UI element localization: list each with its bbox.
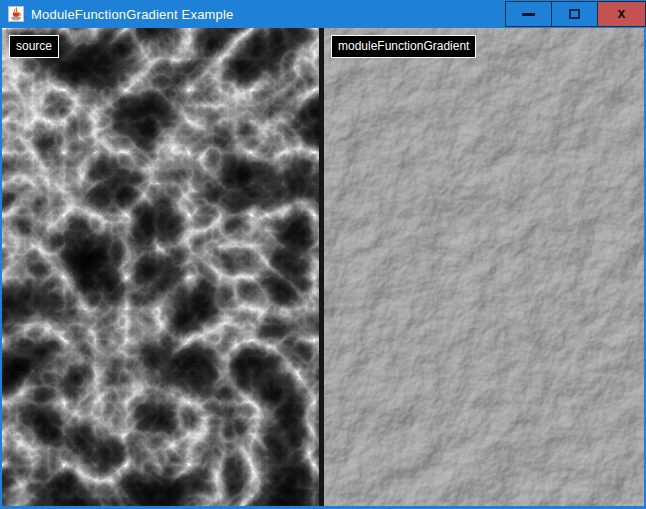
minimize-dash-icon	[522, 13, 535, 16]
titlebar[interactable]: ModuleFunctionGradient Example x	[0, 0, 646, 28]
gradient-label: moduleFunctionGradient	[331, 35, 476, 58]
gradient-image-panel: moduleFunctionGradient	[324, 28, 644, 506]
window-title: ModuleFunctionGradient Example	[31, 7, 234, 22]
maximize-button[interactable]	[551, 1, 597, 27]
source-label: source	[9, 35, 59, 58]
content-area: source	[0, 28, 646, 509]
app-window: ModuleFunctionGradient Example x	[0, 0, 646, 509]
java-coffee-cup-icon	[8, 6, 24, 22]
maximize-square-icon	[569, 9, 580, 19]
gradient-noise-image	[324, 28, 644, 506]
close-x-icon: x	[618, 6, 626, 20]
window-controls: x	[505, 1, 646, 27]
source-noise-image	[2, 28, 319, 506]
minimize-button[interactable]	[505, 1, 551, 27]
close-button[interactable]: x	[597, 1, 646, 27]
source-image-panel: source	[2, 28, 319, 506]
